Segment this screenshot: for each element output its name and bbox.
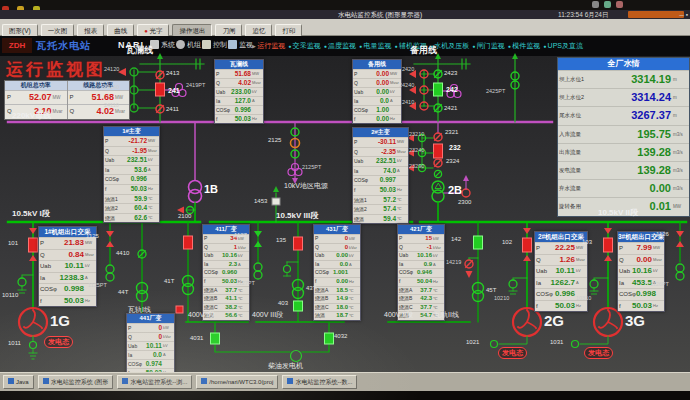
- meter-value: 0.998: [636, 289, 656, 300]
- meter-value: 0: [131, 324, 162, 332]
- breaker-232[interactable]: [434, 144, 443, 158]
- breaker-242[interactable]: [434, 83, 443, 96]
- generator-3-label: 3G: [625, 312, 645, 329]
- meter-value: 1.001: [329, 269, 348, 277]
- grounding-10210[interactable]: [509, 280, 517, 288]
- taskbar-item[interactable]: 水电站监控系统--浏...: [117, 375, 192, 389]
- diagram-label: 2300: [458, 199, 471, 205]
- meter-row: 油温257.4℃: [353, 204, 408, 214]
- meter-value: 0.9: [403, 261, 432, 269]
- meter-row: P7.99MW: [618, 242, 664, 254]
- summary-key: Q: [68, 105, 79, 118]
- water-unit: m3/s: [671, 144, 689, 161]
- meter-key: 绕温: [104, 214, 115, 223]
- meter-unit: ℃: [396, 196, 408, 205]
- local-power-label: 10kV地区电源: [284, 181, 328, 191]
- feeder-44t: [137, 222, 184, 313]
- lv-line-2-label: 瓦轨II线: [434, 310, 459, 320]
- generator-1-label: 1G: [50, 312, 70, 329]
- meter-row: Uab10.11kV: [39, 260, 96, 272]
- bus-label-105kv-1: 10.5kV I段: [12, 208, 50, 219]
- meter-unit: MW: [251, 70, 263, 78]
- disconnector-1021[interactable]: [491, 341, 498, 348]
- taskbar-item[interactable]: 水电站监控系统--数...: [282, 375, 357, 389]
- meter-row: Q0.00Mvar: [618, 254, 664, 266]
- water-label: 出库流量: [558, 144, 593, 161]
- meter-value: 233.00: [225, 88, 251, 96]
- breaker-41t[interactable]: [184, 236, 193, 249]
- meter-value: 1.00: [368, 106, 389, 114]
- meter-key: COSφ: [618, 289, 636, 300]
- meter-box-title: 瓦澜线: [215, 60, 263, 69]
- diagram-label: 1126PT: [650, 281, 669, 287]
- meter-key: COSφ: [353, 106, 368, 114]
- meter-row: P0kW: [127, 323, 174, 332]
- meter-row: 油温157.2℃: [353, 195, 408, 205]
- breaker-241[interactable]: [156, 83, 165, 96]
- meter-key: Uab: [314, 252, 324, 260]
- breaker-4032[interactable]: [325, 333, 334, 344]
- diesel-generator[interactable]: [291, 351, 302, 362]
- meter-unit: [348, 269, 360, 277]
- unit3-state-badge: 发电态: [584, 347, 613, 359]
- breaker-135[interactable]: [294, 237, 303, 250]
- meter-row: Ia0.0A: [127, 350, 174, 359]
- taskbar-item[interactable]: Java: [3, 375, 34, 389]
- water-row-出库流量: 出库流量139.28m3/s: [558, 143, 689, 161]
- meter-row: Ia74.0A: [353, 166, 408, 176]
- meter-unit: MW: [84, 238, 96, 249]
- meter-value: 22.25: [540, 243, 575, 254]
- grounding-10110[interactable]: [18, 278, 26, 286]
- disconnector-1011[interactable]: [30, 342, 37, 349]
- breaker-142[interactable]: [474, 236, 483, 249]
- water-label: 坝上水位2: [558, 89, 593, 106]
- meter-value: 0.996: [553, 289, 575, 300]
- water-unit: MW: [671, 198, 689, 215]
- meter-box-aux-tx-441: 441厂变P0kWQ0kVarUab10.11kVIa0.0ACOSφ0.974…: [126, 313, 175, 378]
- meter-value: 74.0: [358, 167, 396, 176]
- meter-value: 41.1: [217, 295, 237, 303]
- breaker-101[interactable]: [29, 238, 38, 252]
- meter-unit: Mvar: [84, 250, 96, 261]
- diagram-label: 23240: [409, 147, 424, 153]
- diagram-label: 2425PT: [486, 88, 505, 94]
- diagram-label: 142: [451, 236, 461, 242]
- meter-value: 10.16: [213, 252, 237, 260]
- meter-row: Uab0.00kV: [314, 251, 360, 260]
- water-value: 3267.37: [593, 107, 671, 124]
- meter-row: Q0kVar: [314, 243, 360, 252]
- breaker-442[interactable]: [176, 306, 183, 313]
- meter-value: 0.0: [132, 351, 162, 359]
- meter-key: 绕温B: [314, 295, 328, 303]
- breaker-102[interactable]: [523, 238, 532, 252]
- meter-key: 绕温B: [203, 295, 217, 303]
- meter-row: Q0kVar: [127, 332, 174, 341]
- diagram-label: 14219: [446, 259, 461, 265]
- disconnector-1031[interactable]: [572, 341, 579, 348]
- diagram-label: 101: [8, 240, 18, 246]
- meter-box-main-tx-2: 2#主变P-30.11MWQ-2.35MvarUab232.51kVIa74.0…: [352, 127, 409, 224]
- meter-row: f50.04Hz: [398, 277, 444, 286]
- meter-row: Ia2.3A: [203, 260, 249, 269]
- meter-value: 51.68: [219, 70, 251, 78]
- meter-key: Uab: [353, 157, 363, 166]
- meter-unit: [237, 269, 249, 277]
- taskbar-item[interactable]: 水电站监控系统 (图形: [38, 375, 114, 389]
- meter-unit: MW: [652, 243, 664, 254]
- breaker-403[interactable]: [294, 301, 303, 311]
- meter-unit: Hz: [432, 278, 444, 286]
- grounding-10310[interactable]: [590, 280, 598, 288]
- meter-key: COSφ: [104, 175, 119, 184]
- meter-row: f50.03Hz: [104, 184, 159, 194]
- meter-value: 50.03: [106, 185, 147, 194]
- diagram-label: 102: [502, 239, 512, 245]
- taskbar-item[interactable]: /home/nari/WTC3.0(proj: [196, 375, 278, 389]
- water-label: 尾水水位: [558, 107, 593, 124]
- disconnector-2300[interactable]: [462, 189, 470, 197]
- summary-row: Q4.02Mvar: [68, 104, 130, 118]
- breaker-4031[interactable]: [211, 333, 220, 344]
- meter-value: 50.04: [400, 278, 432, 286]
- feeder-41t: [183, 222, 194, 322]
- meter-value: 53.6: [109, 166, 147, 175]
- breaker-103[interactable]: [604, 238, 613, 252]
